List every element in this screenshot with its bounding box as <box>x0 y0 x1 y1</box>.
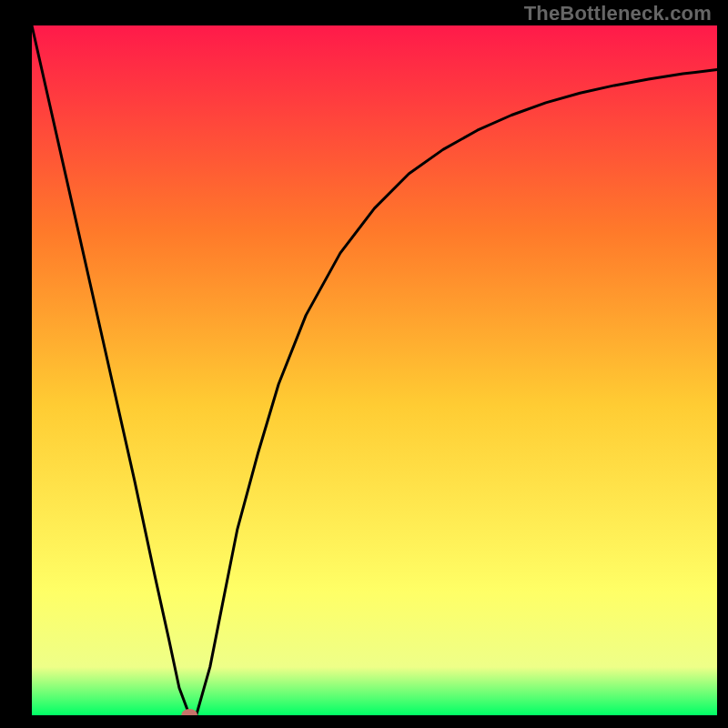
chart-container: TheBottleneck.com <box>0 0 728 728</box>
bottleneck-chart <box>0 0 728 728</box>
frame-right <box>717 0 728 728</box>
frame-left <box>0 0 32 728</box>
plot-background <box>32 25 717 715</box>
watermark-text: TheBottleneck.com <box>524 2 712 25</box>
frame-bottom <box>0 715 728 728</box>
